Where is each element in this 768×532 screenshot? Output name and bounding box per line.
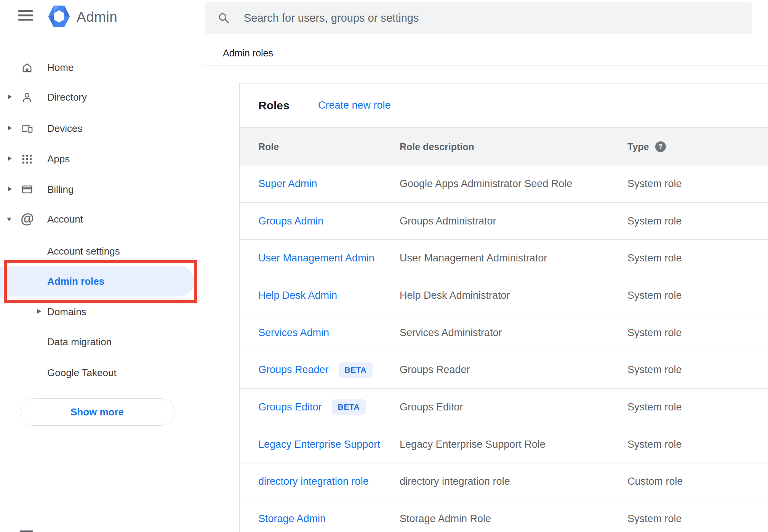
header-divider	[202, 66, 768, 66]
role-cell: Services Admin	[258, 314, 329, 351]
sidebar-item-label: Account settings	[47, 236, 120, 266]
column-header-type: Type ?	[627, 128, 666, 166]
role-description: Storage Admin Role	[400, 500, 491, 532]
role-link[interactable]: Help Desk Admin	[258, 290, 337, 301]
breadcrumb: Admin roles	[223, 48, 273, 59]
help-icon[interactable]: ?	[655, 141, 666, 152]
at-sign-icon: @	[21, 204, 34, 234]
chevron-right-icon[interactable]	[8, 156, 12, 161]
role-cell: Storage Admin	[258, 500, 326, 532]
table-row: User Management Admin User Management Ad…	[240, 240, 768, 277]
role-type: System role	[627, 277, 682, 314]
chevron-right-icon[interactable]	[8, 187, 12, 191]
role-link[interactable]: User Management Admin	[258, 252, 374, 264]
role-cell: Groups Reader BETA	[258, 351, 373, 388]
column-header-role: Role	[258, 128, 279, 166]
hamburger-menu-icon[interactable]	[18, 10, 33, 21]
sidebar-divider	[0, 512, 194, 512]
role-description: Groups Editor	[400, 389, 463, 426]
role-type: Custom role	[627, 463, 683, 500]
sidebar-item-label: Domains	[47, 296, 86, 327]
role-link[interactable]: Super Admin	[258, 178, 317, 190]
chevron-right-icon[interactable]	[37, 309, 41, 314]
home-icon	[21, 62, 33, 73]
show-more-label: Show more	[70, 406, 124, 418]
cutoff-sidebar-icon	[20, 530, 33, 532]
role-type: System role	[627, 426, 682, 463]
apps-grid-icon	[21, 153, 33, 165]
roles-card: Roles Create new role Role Role descript…	[239, 83, 768, 532]
role-cell: directory integration role	[258, 463, 369, 500]
product-name: Admin	[77, 9, 117, 25]
sidebar-item-home[interactable]: Home	[0, 52, 194, 83]
role-type: System role	[627, 314, 682, 351]
role-link[interactable]: directory integration role	[258, 476, 369, 487]
chevron-right-icon[interactable]	[8, 126, 12, 130]
role-link[interactable]: Groups Reader	[258, 364, 329, 376]
table-row: Help Desk Admin Help Desk Administrator …	[240, 277, 768, 314]
role-cell: Legacy Enterprise Support	[258, 426, 380, 463]
role-description: Help Desk Administrator	[400, 277, 510, 314]
role-description: directory integration role	[400, 463, 510, 500]
chevron-right-icon[interactable]	[8, 95, 12, 99]
sidebar-item-devices[interactable]: Devices	[0, 113, 194, 144]
sidebar-item-directory[interactable]: Directory	[0, 82, 194, 112]
role-description: Groups Reader	[400, 351, 470, 388]
role-link[interactable]: Services Admin	[258, 327, 329, 339]
show-more-button[interactable]: Show more	[20, 398, 174, 426]
role-description: User Management Administrator	[400, 240, 547, 277]
role-link[interactable]: Groups Editor	[258, 401, 322, 413]
page-title: Roles	[258, 83, 290, 127]
sidebar-item-apps[interactable]: Apps	[0, 144, 194, 174]
credit-card-icon	[21, 184, 33, 195]
sidebar-item-data-migration[interactable]: Data migration	[0, 327, 194, 357]
role-link[interactable]: Storage Admin	[258, 513, 326, 525]
table-row: Legacy Enterprise Support Legacy Enterpr…	[240, 426, 768, 463]
search-input[interactable]	[244, 2, 739, 34]
devices-icon	[21, 123, 33, 134]
role-type: System role	[627, 389, 682, 426]
table-row: Groups Admin Groups Administrator System…	[240, 203, 768, 240]
sidebar-item-domains[interactable]: Domains	[0, 296, 194, 327]
sidebar-item-account[interactable]: @ Account	[0, 204, 194, 234]
role-type: System role	[627, 351, 682, 388]
table-row: Storage Admin Storage Admin Role System …	[240, 500, 768, 532]
table-row: Groups Reader BETA Groups Reader System …	[240, 351, 768, 389]
role-description: Legacy Enterprise Support Role	[400, 426, 546, 463]
sidebar-item-admin-roles[interactable]: Admin roles	[0, 266, 194, 296]
sidebar-item-label: Devices	[47, 113, 82, 144]
role-type: System role	[627, 203, 682, 240]
column-header-description: Role description	[400, 128, 474, 166]
sidebar-item-label: Admin roles	[47, 266, 104, 296]
roles-table-body: Super Admin Google Apps Administrator Se…	[240, 165, 768, 532]
table-row: Groups Editor BETA Groups Editor System …	[240, 389, 768, 426]
role-type: System role	[627, 240, 682, 277]
admin-logo-icon	[48, 5, 70, 28]
role-description: Google Apps Administrator Seed Role	[400, 165, 572, 202]
sidebar-item-label: Home	[47, 52, 74, 83]
sidebar-item-label: Billing	[47, 174, 74, 205]
sidebar-item-label: Account	[47, 204, 83, 234]
sidebar-item-label: Data migration	[47, 327, 112, 357]
sidebar-item-label: Google Takeout	[47, 357, 117, 388]
role-link[interactable]: Groups Admin	[258, 215, 323, 227]
beta-badge: BETA	[332, 399, 366, 415]
search-bar[interactable]	[205, 2, 752, 34]
sidebar-item-google-takeout[interactable]: Google Takeout	[0, 357, 194, 388]
role-cell: Super Admin	[258, 165, 317, 202]
table-header: Role Role description Type ?	[240, 127, 768, 165]
role-cell: Groups Editor BETA	[258, 389, 366, 426]
chevron-down-icon[interactable]	[7, 218, 11, 221]
role-link[interactable]: Legacy Enterprise Support	[258, 439, 380, 450]
table-row: Super Admin Google Apps Administrator Se…	[240, 165, 768, 203]
sidebar-item-account-settings[interactable]: Account settings	[0, 236, 194, 266]
sidebar-item-label: Apps	[47, 144, 70, 174]
role-cell: User Management Admin	[258, 240, 374, 277]
create-new-role-link[interactable]: Create new role	[318, 83, 391, 127]
table-row: directory integration role directory int…	[240, 463, 768, 501]
role-cell: Groups Admin	[258, 203, 323, 240]
sidebar-item-label: Directory	[47, 82, 87, 112]
search-icon	[218, 12, 230, 24]
beta-badge: BETA	[339, 362, 373, 378]
sidebar-item-billing[interactable]: Billing	[0, 174, 194, 205]
